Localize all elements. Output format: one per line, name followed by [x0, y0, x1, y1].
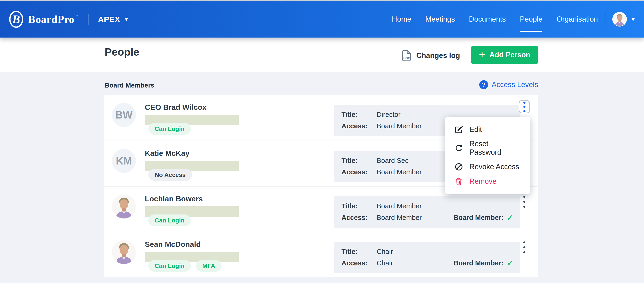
- nav-item-organisation[interactable]: Organisation: [556, 1, 598, 38]
- badges: Can Login: [148, 214, 191, 226]
- row-actions-context-menu: Edit Reset Password Revoke Access Remove: [445, 117, 530, 194]
- menu-item-label: Edit: [470, 125, 482, 134]
- avatar: [112, 240, 136, 264]
- avatar-photo: [112, 194, 136, 218]
- title-value: Board Member: [377, 202, 422, 210]
- menu-item-label: Revoke Access: [470, 162, 519, 171]
- access-line: Access: Board Member: [342, 122, 422, 130]
- reset-password-icon: [454, 144, 463, 152]
- edit-icon: [454, 125, 463, 134]
- info-lines: Title: Board Member Access: Board Member: [342, 202, 422, 222]
- title-label: Title:: [342, 247, 377, 256]
- access-value: Board Member: [377, 122, 422, 130]
- access-value: Board Member: [377, 168, 422, 176]
- member-name: Lochlan Bowers: [145, 194, 203, 203]
- member-name: Sean McDonald: [145, 240, 201, 249]
- changes-log-label: Changes log: [416, 52, 460, 60]
- menu-item-remove[interactable]: Remove: [445, 177, 530, 186]
- access-label: Access:: [342, 259, 377, 268]
- changes-log-button[interactable]: LOG Changes log: [401, 48, 460, 63]
- member-name: Katie McKay: [145, 149, 190, 158]
- info-lines: Title: Chair Access: Chair: [342, 247, 393, 268]
- board-member-label: Board Member:: [454, 214, 504, 222]
- revoke-access-icon: [454, 162, 463, 171]
- title-label: Title:: [342, 202, 377, 210]
- nav-item-label: Documents: [469, 15, 506, 24]
- avatar: KM: [112, 149, 136, 173]
- menu-item-label: Reset Password: [470, 140, 521, 156]
- status-badge: No Access: [148, 169, 192, 181]
- page-header: [0, 38, 644, 72]
- active-tab-underline: [520, 31, 542, 32]
- help-icon: ?: [479, 80, 488, 89]
- dot: [523, 251, 525, 253]
- nav-divider: [605, 12, 605, 26]
- dot: [523, 201, 525, 203]
- nav-item-label: Home: [392, 15, 412, 24]
- board-member-flag: Board Member: ✓: [454, 214, 513, 222]
- avatar-initials: KM: [116, 155, 132, 167]
- title-line: Title: Director: [342, 110, 422, 119]
- changes-log-icon: LOG: [401, 50, 412, 62]
- status-badge: Can Login: [148, 260, 191, 272]
- badges: No Access: [148, 169, 192, 181]
- menu-item-edit[interactable]: Edit: [445, 125, 530, 134]
- avatar: [112, 194, 136, 218]
- avatar-initials: BW: [115, 109, 132, 121]
- dot: [523, 246, 525, 248]
- dot: [523, 106, 526, 108]
- member-name: CEO Brad Wilcox: [145, 103, 206, 112]
- dot: [523, 242, 525, 243]
- member-row-sean-mcdonald: Sean McDonald Can Login MFA Title: Chair…: [104, 232, 538, 277]
- trademark-symbol: ™: [75, 14, 78, 18]
- avatar: BW: [112, 103, 136, 127]
- svg-text:LOG: LOG: [404, 57, 410, 60]
- svg-text:B: B: [12, 13, 20, 26]
- nav-divider: [88, 14, 88, 25]
- row-actions-menu-button-active[interactable]: [519, 100, 530, 113]
- nav-item-label: People: [520, 15, 542, 24]
- board-members-heading: Board Members: [105, 82, 154, 89]
- add-person-button[interactable]: + Add Person: [471, 46, 538, 64]
- access-levels-link[interactable]: ? Access Levels: [479, 80, 538, 89]
- title-label: Title:: [342, 156, 377, 165]
- nav-item-meetings[interactable]: Meetings: [425, 1, 455, 38]
- row-actions-menu-button[interactable]: [523, 196, 525, 208]
- menu-item-reset-password[interactable]: Reset Password: [445, 140, 530, 156]
- boardpro-logo-icon: B: [8, 10, 24, 28]
- nav-item-documents[interactable]: Documents: [469, 1, 506, 38]
- brand-name: BoardPro™: [28, 13, 78, 26]
- user-avatar[interactable]: [612, 12, 627, 26]
- user-menu-chevron-down-icon[interactable]: ▼: [630, 17, 636, 22]
- dot: [523, 110, 526, 112]
- add-person-label: Add Person: [489, 51, 530, 59]
- board-member-flag: Board Member: ✓: [454, 259, 513, 267]
- trash-icon: [454, 177, 463, 186]
- plus-icon: +: [479, 49, 485, 60]
- user-avatar-photo: [613, 12, 626, 26]
- access-label: Access:: [342, 213, 377, 222]
- top-nav-bar: B BoardPro™ APEX ▼ Home Meetings Documen…: [0, 1, 644, 38]
- nav-item-people[interactable]: People: [520, 1, 542, 38]
- title-line: Title: Board Sec: [342, 156, 422, 165]
- access-line: Access: Board Member: [342, 213, 422, 222]
- nav-item-home[interactable]: Home: [392, 1, 412, 38]
- menu-item-revoke-access[interactable]: Revoke Access: [445, 162, 530, 171]
- badges: Can Login MFA: [148, 260, 222, 272]
- title-line: Title: Board Member: [342, 202, 422, 210]
- member-info-panel: Title: Board Member Access: Board Member…: [334, 196, 520, 228]
- row-actions-menu-button[interactable]: [523, 242, 525, 253]
- chevron-down-icon: ▼: [124, 17, 129, 22]
- boardpro-logo[interactable]: B BoardPro™: [8, 10, 78, 28]
- nav-items: Home Meetings Documents People Organisat…: [392, 1, 598, 38]
- access-value: Chair: [377, 259, 393, 268]
- org-name: APEX: [98, 15, 120, 24]
- status-badge: Can Login: [148, 214, 191, 226]
- access-levels-label: Access Levels: [492, 80, 538, 89]
- info-lines: Title: Director Access: Board Member: [342, 110, 422, 130]
- org-switcher[interactable]: APEX ▼: [98, 15, 128, 24]
- status-badge: MFA: [196, 260, 222, 272]
- access-line: Access: Board Member: [342, 168, 422, 176]
- check-icon: ✓: [507, 214, 513, 222]
- dot: [523, 102, 526, 104]
